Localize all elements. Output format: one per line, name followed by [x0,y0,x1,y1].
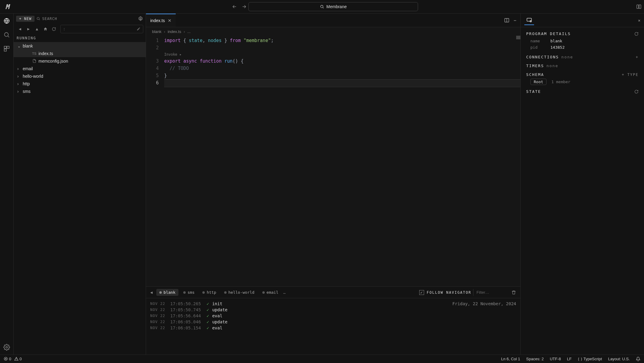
sidebar-settings-button[interactable] [138,16,143,21]
details-connections-value: none [561,55,573,59]
svg-rect-1 [637,5,639,8]
tree-folder-http[interactable]: ›http [14,80,146,87]
split-editor-button[interactable] [504,18,510,23]
home-icon [43,27,48,31]
chevron-right-icon: › [184,29,185,34]
refresh-icon [52,27,56,31]
refresh-icon [634,32,639,36]
console-tab-blank[interactable]: blank [156,289,178,296]
svg-rect-5 [4,46,6,48]
line-gutter: 1 2 3 4 5 6 [146,37,164,285]
line-number: 3 [146,57,159,65]
line-number: 4 [146,65,159,72]
check-icon: ✓ [207,307,209,312]
breadcrumb-segment[interactable]: blank [152,29,161,34]
details-refresh-button[interactable] [634,32,639,36]
status-lncol[interactable]: Ln 6, Col 1 [501,357,520,361]
activity-extensions[interactable] [2,44,11,53]
nav-back-button[interactable]: ◀ [16,25,24,33]
navigator-path-input[interactable]: : [60,25,143,33]
line-number: 1 [146,37,159,44]
bell-icon [636,357,640,361]
codelens-invoke[interactable]: Invoke ▸ [164,51,520,57]
tree-folder-hello-world[interactable]: ›hello-world [14,72,146,80]
tree-folder-sms[interactable]: ›sms [14,87,146,95]
error-icon [4,357,8,361]
minimap[interactable] [516,36,520,39]
log-row: NOV 2217:06:05.154✓eval [146,325,520,331]
status-dot [224,291,227,294]
console-back-button[interactable]: ◀ [150,290,153,295]
editor-tab-index-ts[interactable]: index.ts ✕ [146,14,176,27]
new-button[interactable]: + NEW [16,16,35,22]
activity-explorer[interactable] [2,17,11,25]
breadcrumb-segment[interactable]: ... [188,29,191,34]
activity-bar [0,14,14,355]
code-content[interactable]: import { state, nodes } from "membrane";… [164,37,520,285]
status-bell-button[interactable] [636,357,640,361]
console-clear-button[interactable] [511,290,516,295]
command-center[interactable]: Membrane [248,2,418,11]
details-close-button[interactable]: ✕ [638,18,640,23]
status-encoding[interactable]: UTF-8 [550,357,561,361]
schema-root-pill[interactable]: Root [530,79,546,85]
search-icon [36,17,40,21]
add-connection-button[interactable]: + [636,55,639,59]
main: + NEW SEARCH ◀ ▶ ▲ : RUNNING [0,14,644,355]
sidebar-search-button[interactable]: SEARCH [36,17,57,21]
close-tab-button[interactable]: ✕ [168,18,171,23]
svg-rect-6 [7,46,9,48]
code-editor[interactable]: 1 2 3 4 5 6 import { state, nodes } from… [146,36,520,286]
running-section-label: RUNNING [14,34,146,42]
console-log-list[interactable]: NOV 22 17:05:50.265 ✓ init Friday, 22 No… [146,298,520,355]
tree-file-index-ts[interactable]: TS index.ts [14,50,146,57]
nav-home-button[interactable] [41,25,49,33]
check-icon: ✓ [207,325,209,330]
status-language[interactable]: { } TypeScript [578,357,602,361]
layout-toggle-button[interactable] [636,4,642,9]
add-type-button[interactable]: + TYPE [622,73,639,77]
activity-search[interactable] [2,31,11,39]
details-timers-value: none [546,64,558,68]
nav-refresh-button[interactable] [50,25,58,33]
console-filter-input[interactable]: Filter… [473,289,510,296]
console-tab-label: sms [188,290,194,295]
tree-folder-blank[interactable]: ⌄ blank [14,42,146,50]
details-pid-value: 143852 [550,45,565,50]
console-tab-sms[interactable]: sms [180,289,198,296]
status-spaces[interactable]: Spaces: 2 [526,357,544,361]
breadcrumb-segment[interactable]: index.ts [168,29,181,34]
status-errors[interactable]: 0 [4,357,11,361]
history-forward-button[interactable] [240,2,248,11]
follow-navigator-label: FOLLOW NAVIGATOR [427,290,471,295]
console-tabs-more[interactable]: … [283,290,286,295]
state-refresh-button[interactable] [634,90,639,94]
console-tab-http[interactable]: http [199,289,219,296]
nav-up-button[interactable]: ▲ [33,25,41,33]
follow-navigator-checkbox[interactable]: ✓ [419,290,424,295]
tree-item-label: index.ts [38,51,53,56]
line-number: 2 [146,44,159,51]
tree-folder-email[interactable]: ›email [14,65,146,72]
console-tab-email[interactable]: email [259,289,281,296]
check-icon: ✓ [207,313,209,318]
status-eol[interactable]: LF [567,357,572,361]
details-program-tab[interactable] [524,15,534,25]
status-warnings[interactable]: 0 [14,357,22,361]
svg-rect-12 [527,18,532,21]
svg-rect-7 [4,49,6,51]
log-date-header: Friday, 22 November, 2024 [452,301,516,306]
status-dot [202,291,205,294]
check-icon: ✓ [207,301,209,306]
log-row: NOV 2217:05:50.745✓update [146,307,520,313]
more-tab-actions-button[interactable]: ⋯ [514,18,516,23]
console-tab-hello-world[interactable]: hello-world [221,289,257,296]
chevron-right-icon: › [17,81,21,86]
activity-settings[interactable] [2,343,11,352]
nav-forward-button[interactable]: ▶ [25,25,32,33]
details-state-header: STATE [526,89,541,94]
tree-file-memconfig[interactable]: memconfig.json [14,57,146,65]
history-back-button[interactable] [230,2,239,11]
breadcrumb[interactable]: blank › index.ts › ... [146,27,520,36]
status-layout[interactable]: Layout: U.S. [608,357,630,361]
